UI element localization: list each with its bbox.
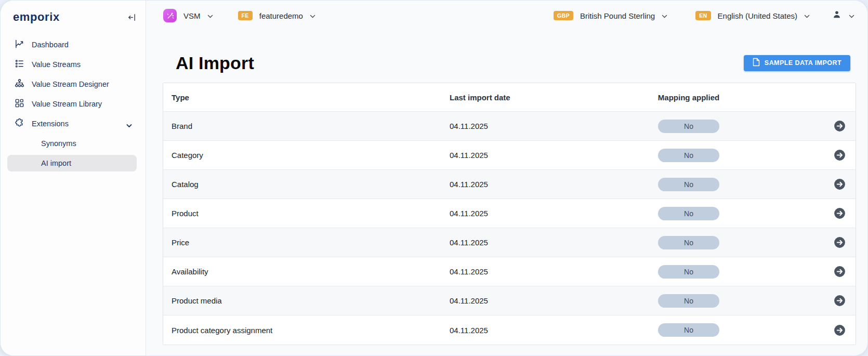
sidebar-item-value-streams[interactable]: Value Streams <box>1 55 146 74</box>
row-type: Product <box>172 209 450 218</box>
currency-selector[interactable]: GBP British Pound Sterling <box>554 11 667 20</box>
currency-label: British Pound Sterling <box>580 11 655 20</box>
workspace-selector[interactable]: VSM <box>163 9 213 22</box>
sitemap-icon <box>15 78 24 90</box>
row-type: Product category assignment <box>172 326 450 335</box>
row-last-import-date: 04.11.2025 <box>450 151 621 160</box>
mapping-applied-badge: No <box>658 149 719 162</box>
table-row: Category 04.11.2025 No <box>163 141 856 170</box>
open-row-arrow-button[interactable] <box>833 149 846 162</box>
table-row: Availability 04.11.2025 No <box>163 257 856 286</box>
table-row: Brand 04.11.2025 No <box>163 112 856 141</box>
table-row: Price 04.11.2025 No <box>163 228 856 257</box>
sidebar-subitem-synonyms[interactable]: Synonyms <box>1 134 146 153</box>
file-icon <box>753 58 760 68</box>
list-icon <box>15 59 24 70</box>
sidebar-item-label: Value Stream Designer <box>32 80 109 88</box>
button-label: SAMPLE DATA IMPORT <box>765 59 841 67</box>
sidebar-item-extensions[interactable]: Extensions <box>1 114 146 134</box>
sidebar-item-label: Synonyms <box>41 139 76 148</box>
chevron-down-icon <box>804 11 810 20</box>
collapse-sidebar-icon[interactable] <box>126 11 137 23</box>
row-last-import-date: 04.11.2025 <box>450 209 621 218</box>
row-type: Product media <box>172 296 450 305</box>
sidebar-subitem-ai-import[interactable]: AI import <box>7 155 137 172</box>
emporix-logo: emporix <box>13 10 60 24</box>
sidebar: emporix Dashboard <box>1 1 146 355</box>
row-last-import-date: 04.11.2025 <box>450 180 621 189</box>
app-window: emporix Dashboard <box>0 0 868 356</box>
mapping-applied-badge: No <box>658 207 719 220</box>
sidebar-item-label: Extensions <box>32 120 69 128</box>
table-row: Product media 04.11.2025 No <box>163 286 856 315</box>
puzzle-icon <box>15 118 24 129</box>
tenant-badge: FE <box>238 11 253 20</box>
row-last-import-date: 04.11.2025 <box>450 238 621 247</box>
open-row-arrow-button[interactable] <box>833 324 846 337</box>
sidebar-item-label: Dashboard <box>32 41 69 49</box>
user-menu[interactable] <box>832 9 854 22</box>
language-selector[interactable]: EN English (United States) <box>695 11 810 20</box>
column-header-mapping-applied: Mapping applied <box>621 93 756 102</box>
sidebar-item-label: Value Streams <box>32 60 81 69</box>
open-row-arrow-button[interactable] <box>833 265 846 278</box>
sidebar-item-label: Value Stream Library <box>32 100 102 108</box>
sidebar-item-label: AI import <box>41 159 71 167</box>
chevron-down-icon <box>662 11 667 20</box>
table-row: Product 04.11.2025 No <box>163 199 856 228</box>
row-type: Category <box>172 151 450 160</box>
magic-wand-icon <box>163 9 177 22</box>
topbar: VSM FE featuredemo GBP British Pound Ste… <box>146 1 867 31</box>
row-last-import-date: 04.11.2025 <box>450 267 621 276</box>
tenant-label: featuredemo <box>259 11 303 20</box>
chevron-down-icon <box>126 121 132 129</box>
sidebar-nav: Dashboard Value Streams <box>1 30 146 172</box>
language-label: English (United States) <box>718 11 797 20</box>
table-row: Catalog 04.11.2025 No <box>163 170 856 199</box>
currency-badge: GBP <box>554 11 573 20</box>
chevron-down-icon <box>207 11 213 20</box>
sidebar-item-value-stream-designer[interactable]: Value Stream Designer <box>1 74 146 94</box>
line-chart-icon <box>15 39 24 50</box>
sidebar-item-dashboard[interactable]: Dashboard <box>1 35 146 55</box>
language-badge: EN <box>695 11 711 20</box>
chevron-down-icon <box>849 11 854 20</box>
table-row: Product category assignment 04.11.2025 N… <box>163 315 856 345</box>
open-row-arrow-button[interactable] <box>833 236 846 249</box>
open-row-arrow-button[interactable] <box>833 294 846 307</box>
column-header-last-import-date: Last import date <box>450 93 621 102</box>
row-type: Brand <box>172 122 450 130</box>
mapping-applied-badge: No <box>658 236 719 249</box>
sample-data-import-button[interactable]: SAMPLE DATA IMPORT <box>744 55 850 71</box>
grid-icon <box>15 98 24 110</box>
row-last-import-date: 04.11.2025 <box>450 122 621 130</box>
main-area: VSM FE featuredemo GBP British Pound Ste… <box>146 1 867 355</box>
page-title: AI Import <box>176 53 254 73</box>
column-header-type: Type <box>172 93 450 102</box>
row-last-import-date: 04.11.2025 <box>450 326 621 335</box>
open-row-arrow-button[interactable] <box>833 207 846 220</box>
workspace-label: VSM <box>183 11 201 20</box>
user-icon <box>832 9 842 22</box>
mapping-applied-badge: No <box>658 265 719 279</box>
import-types-table: Type Last import date Mapping applied Br… <box>163 83 856 345</box>
mapping-applied-badge: No <box>658 178 719 191</box>
mapping-applied-badge: No <box>658 323 719 337</box>
row-last-import-date: 04.11.2025 <box>450 296 621 305</box>
table-header-row: Type Last import date Mapping applied <box>163 83 856 112</box>
row-type: Availability <box>172 267 450 276</box>
row-type: Price <box>172 238 450 247</box>
chevron-down-icon <box>310 11 315 20</box>
mapping-applied-badge: No <box>658 120 719 133</box>
sidebar-item-value-stream-library[interactable]: Value Stream Library <box>1 94 146 114</box>
open-row-arrow-button[interactable] <box>833 178 846 191</box>
tenant-selector[interactable]: FE featuredemo <box>238 11 315 20</box>
mapping-applied-badge: No <box>658 294 719 308</box>
open-row-arrow-button[interactable] <box>833 120 846 133</box>
row-type: Catalog <box>172 180 450 189</box>
